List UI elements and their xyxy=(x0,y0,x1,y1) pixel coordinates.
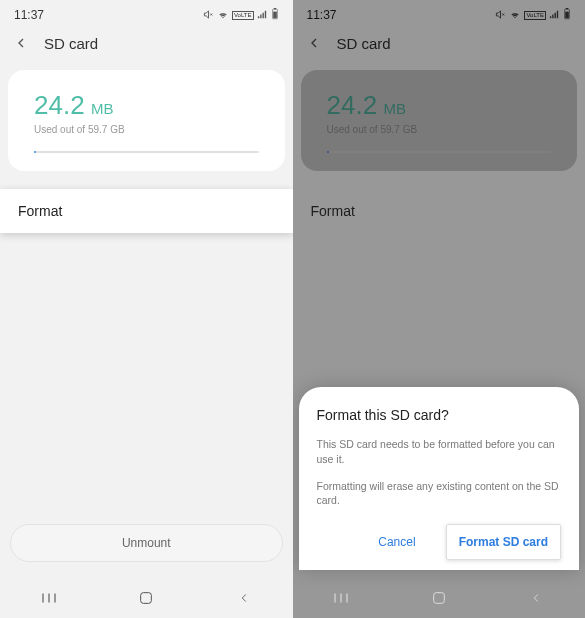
usage-card: 24.2 MB Used out of 59.7 GB xyxy=(8,70,285,171)
format-dialog: Format this SD card? This SD card needs … xyxy=(299,387,580,570)
svg-rect-2 xyxy=(273,8,275,9)
battery-icon xyxy=(271,8,279,22)
nav-recents-icon[interactable] xyxy=(327,584,355,612)
page-title: SD card xyxy=(44,35,98,52)
dialog-title: Format this SD card? xyxy=(317,407,562,423)
screen-sd-card: 11:37 VoLTE SD card 24.2 MB Use xyxy=(0,0,293,618)
format-sd-button[interactable]: Format SD card xyxy=(446,524,561,560)
nav-recents-icon[interactable] xyxy=(35,584,63,612)
format-button[interactable]: Format xyxy=(0,189,293,233)
nav-bar xyxy=(293,578,586,618)
volte-icon: VoLTE xyxy=(232,11,254,20)
usage-progress-fill xyxy=(34,151,36,153)
dialog-overlay[interactable]: Format this SD card? This SD card needs … xyxy=(293,0,586,618)
nav-home-icon[interactable] xyxy=(425,584,453,612)
status-time: 11:37 xyxy=(14,8,44,22)
svg-rect-1 xyxy=(273,12,277,19)
nav-back-icon[interactable] xyxy=(522,584,550,612)
dialog-text-2: Formatting will erase any existing conte… xyxy=(317,479,562,508)
screen-sd-card-dialog: 11:37 VoLTE SD card 24.2 MB Use xyxy=(293,0,586,618)
status-icons: VoLTE xyxy=(203,8,279,22)
dialog-actions: Cancel Format SD card xyxy=(317,520,562,560)
svg-rect-3 xyxy=(141,593,152,604)
usage-unit: MB xyxy=(91,100,114,117)
wifi-icon xyxy=(217,9,229,22)
dialog-text-1: This SD card needs to be formatted befor… xyxy=(317,437,562,466)
status-bar: 11:37 VoLTE xyxy=(0,0,293,24)
back-icon[interactable] xyxy=(12,34,30,52)
mute-icon xyxy=(203,9,214,22)
unmount-button[interactable]: Unmount xyxy=(10,524,283,562)
cancel-button[interactable]: Cancel xyxy=(372,527,421,557)
signal-icon xyxy=(257,9,268,22)
svg-rect-7 xyxy=(433,593,444,604)
page-header: SD card xyxy=(0,24,293,62)
nav-back-icon[interactable] xyxy=(230,584,258,612)
usage-progress xyxy=(34,151,259,153)
nav-home-icon[interactable] xyxy=(132,584,160,612)
usage-amount: 24.2 xyxy=(34,90,85,120)
nav-bar xyxy=(0,578,293,618)
usage-subtext: Used out of 59.7 GB xyxy=(34,124,259,135)
